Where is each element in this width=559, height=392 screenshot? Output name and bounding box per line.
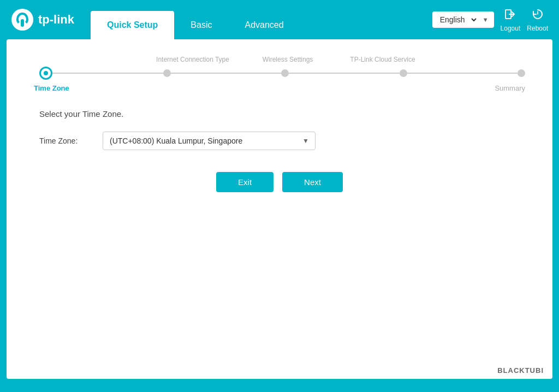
logo-text: tp-link	[38, 13, 74, 27]
header-right: English 中文 Español Français ▼ Logout	[432, 8, 548, 32]
step-label-cloud: TP-Link Cloud Service	[335, 56, 430, 63]
chevron-down-icon: ▼	[483, 16, 489, 23]
line-4	[407, 73, 518, 74]
logout-icon	[504, 8, 517, 23]
step-label-summary-top	[430, 56, 525, 63]
next-button[interactable]: Next	[282, 172, 343, 192]
form-title: Select your Time Zone.	[39, 109, 520, 118]
step-label-internet: Internet Connection Type	[145, 56, 240, 63]
step-dot-summary	[518, 69, 525, 77]
logo-area: tp-link	[11, 8, 74, 31]
exit-button[interactable]: Exit	[216, 172, 273, 192]
reboot-icon	[531, 8, 544, 23]
reboot-button[interactable]: Reboot	[527, 8, 548, 32]
language-dropdown[interactable]: English 中文 Español Français	[438, 15, 478, 25]
logout-button[interactable]: Logout	[501, 8, 521, 32]
tab-quick-setup[interactable]: Quick Setup	[91, 11, 174, 39]
logout-label: Logout	[501, 25, 521, 32]
step-dot-internet	[163, 69, 171, 77]
buttons-row: Exit Next	[39, 172, 520, 192]
step-dot-timezone	[39, 67, 52, 80]
progress-wizard: Internet Connection Type Wireless Settin…	[28, 56, 531, 104]
step-dot-cloud	[400, 69, 407, 77]
summary-label: Summary	[495, 84, 525, 92]
timezone-row: Time Zone: (UTC+08:00) Kuala Lumpur, Sin…	[39, 132, 520, 150]
tplink-logo-icon	[11, 8, 34, 31]
active-step-label: Time Zone	[34, 84, 69, 92]
line-2	[171, 73, 282, 74]
timezone-dropdown[interactable]: (UTC+08:00) Kuala Lumpur, Singapore UTC+…	[103, 132, 316, 150]
line-1	[52, 73, 163, 74]
language-selector[interactable]: English 中文 Español Français ▼	[432, 11, 494, 28]
timezone-label: Time Zone:	[39, 136, 94, 145]
header: tp-link Quick Setup Basic Advanced Engli…	[0, 0, 559, 39]
tab-advanced[interactable]: Advanced	[228, 11, 300, 39]
step-dot-wireless	[281, 69, 289, 77]
line-3	[289, 73, 400, 74]
reboot-label: Reboot	[527, 25, 548, 32]
main-content: Internet Connection Type Wireless Settin…	[7, 39, 552, 379]
step-label-wireless: Wireless Settings	[240, 56, 335, 63]
form-section: Select your Time Zone. Time Zone: (UTC+0…	[28, 104, 531, 198]
tab-basic[interactable]: Basic	[174, 11, 228, 39]
timezone-select-wrapper[interactable]: (UTC+08:00) Kuala Lumpur, Singapore UTC+…	[103, 132, 316, 150]
svg-rect-1	[21, 19, 24, 27]
nav-tabs: Quick Setup Basic Advanced	[91, 0, 432, 39]
watermark: BLACKTUBI	[497, 366, 544, 375]
